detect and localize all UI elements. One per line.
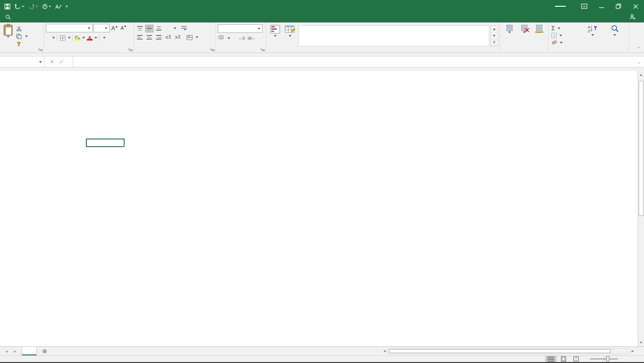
login-button[interactable] [555,6,566,7]
horizontal-scrollbar-thumb[interactable] [389,349,611,353]
number-dialog-launcher-icon[interactable] [261,47,265,52]
scroll-up-icon[interactable]: ▲ [638,71,644,79]
find-select-icon [611,25,619,34]
wrap-text-icon [180,25,188,32]
decrease-decimal-icon[interactable]: .00→ [247,36,255,40]
clipboard-dialog-launcher-icon[interactable] [39,47,43,52]
font-name-select[interactable] [46,24,93,32]
orientation-icon[interactable] [164,25,172,32]
alignment-dialog-launcher-icon[interactable] [210,47,215,52]
zoom-slider-thumb[interactable] [606,356,609,362]
borders-icon[interactable] [59,34,66,41]
restore-button[interactable] [610,0,627,13]
collapse-ribbon-icon[interactable]: ⌃ [637,46,640,51]
clear-button[interactable] [550,40,582,46]
sheet-prev-icon[interactable]: ◄ [4,349,9,354]
tell-me-search[interactable] [0,13,19,22]
grow-font-button[interactable]: A▲ [111,24,119,32]
bottom-align-icon[interactable] [155,25,163,32]
decrease-indent-icon[interactable] [164,34,172,41]
increase-decimal-icon[interactable]: ←.0 [238,36,245,40]
redo-button[interactable] [28,4,38,9]
font-color-dropdown-icon[interactable] [94,37,97,39]
align-right-icon[interactable] [155,34,163,41]
gallery-scroll-buttons: ▲ ▼ ⊽ [491,25,498,46]
format-painter-button[interactable] [14,40,29,48]
selected-cell-outline [86,139,125,147]
scroll-right-icon[interactable]: ► [630,349,636,353]
accounting-dropdown-icon[interactable] [228,37,230,39]
sort-filter-button[interactable]: AZ [582,24,604,46]
borders-dropdown-icon[interactable] [68,37,71,39]
merge-center-button[interactable] [185,34,199,41]
formula-bar-expand-icon[interactable]: ⌄ [634,57,644,67]
share-button[interactable] [630,13,644,22]
font-size-select[interactable] [94,24,110,32]
touch-mode-icon[interactable] [42,4,51,9]
vertical-scrollbar-thumb[interactable] [639,81,644,216]
scroll-down-icon[interactable]: ▼ [638,339,644,346]
phonetic-dropdown-icon[interactable] [103,37,106,39]
fill-button[interactable]: ↓ [550,32,582,39]
zoom-slider[interactable] [590,359,618,359]
copy-icon [15,33,22,40]
format-cells-button[interactable] [534,24,544,46]
new-sheet-icon[interactable]: ⊕ [37,347,53,355]
page-layout-view-icon[interactable] [558,356,569,362]
normal-view-icon[interactable] [545,356,557,362]
cut-icon [15,25,22,32]
paste-button[interactable] [2,24,14,46]
customize-toolbar-icon[interactable]: ▾ [66,4,68,9]
cut-button[interactable] [14,25,29,32]
page-break-view-icon[interactable] [570,356,582,362]
sheet-tab-active[interactable] [22,347,37,355]
cancel-icon[interactable]: ✕ [49,58,54,65]
name-box[interactable] [0,57,45,67]
sheet-next-icon[interactable]: ► [13,349,17,354]
middle-align-icon[interactable] [145,25,153,32]
delete-cells-button[interactable] [519,24,529,46]
gallery-more-icon[interactable]: ⊽ [491,39,497,46]
font-dialog-launcher-icon[interactable] [129,47,133,52]
undo-button[interactable] [14,4,24,9]
paste-icon [4,25,13,36]
minimize-button[interactable] [593,0,610,13]
autosum-button[interactable]: Σ [550,25,582,31]
fill-handle[interactable] [123,145,125,148]
increase-indent-icon[interactable] [174,34,182,41]
wrap-text-button[interactable] [179,25,190,32]
sort-filter-icon: AZ [588,25,598,34]
ribbon-tab-row [0,13,644,22]
save-icon[interactable] [4,4,10,9]
formula-input[interactable] [73,57,634,67]
fill-color-dropdown-icon[interactable] [82,37,85,39]
font-name-dropdown-icon [88,27,90,29]
find-select-button[interactable] [604,24,626,46]
accounting-format-icon[interactable] [219,35,225,41]
gallery-down-icon[interactable]: ▼ [491,32,497,39]
ribbon-display-options-icon[interactable] [576,0,593,13]
align-left-icon[interactable] [136,34,144,41]
paste-dropdown-icon [7,36,9,38]
conditional-formatting-button[interactable] [268,24,282,46]
align-center-icon[interactable] [145,34,153,41]
underline-dropdown-icon[interactable] [52,37,55,39]
orientation-dropdown-icon[interactable] [174,27,176,29]
font-color-button[interactable]: A [87,36,93,40]
font-style-icon[interactable]: A [55,4,62,9]
top-align-icon[interactable] [136,25,144,32]
close-button[interactable] [627,0,644,13]
horizontal-scrollbar[interactable]: ◄ ► [381,347,636,354]
enter-icon[interactable]: ✓ [59,58,64,65]
shrink-font-button[interactable]: A▼ [120,24,128,32]
format-as-table-button[interactable] [282,24,298,46]
gallery-up-icon[interactable]: ▲ [491,26,497,32]
number-format-select[interactable] [218,24,263,33]
copy-button[interactable] [14,33,29,40]
title-bar: A ▾ [0,0,644,13]
vertical-scrollbar[interactable]: ▲ ▼ [638,71,644,346]
fill-color-button[interactable] [75,36,80,40]
svg-text:A: A [55,4,59,9]
insert-cells-button[interactable] [505,24,514,46]
scroll-left-icon[interactable]: ◄ [381,349,388,353]
